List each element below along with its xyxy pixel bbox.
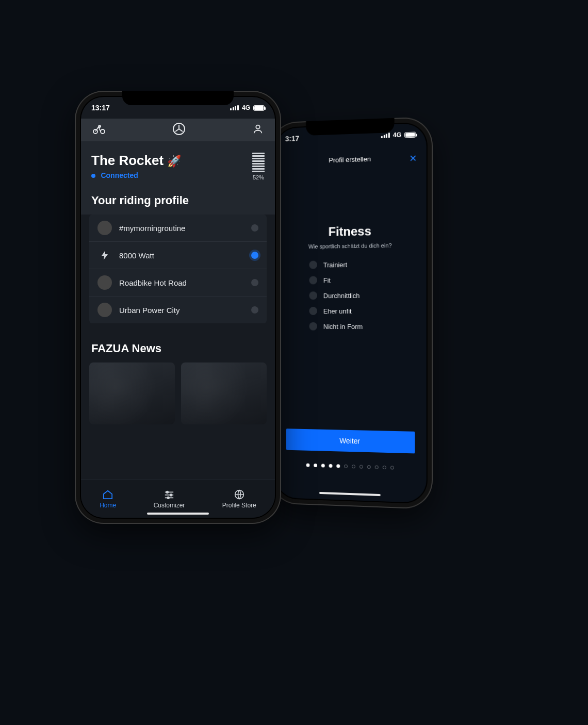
screen-wizard: 3:17 4G Profil erstellen ✕ Fitness Wie s… — [275, 123, 427, 503]
profile-list: #mymorningroutine 8000 Watt Roadbike Hot… — [89, 215, 267, 323]
dot-icon — [329, 464, 333, 468]
device-name-text: The Rocket — [91, 153, 164, 168]
dot-icon — [390, 466, 394, 469]
profile-label: 8000 Watt — [119, 251, 154, 260]
phone-mockup-left: 13:17 4G — [75, 91, 281, 524]
dot-icon — [375, 465, 379, 469]
connection-dot-icon — [91, 174, 95, 178]
option-item[interactable]: Nicht in Form — [309, 322, 390, 331]
top-nav — [81, 119, 275, 141]
signal-icon — [381, 133, 390, 138]
profile-label: #mymorningroutine — [119, 224, 185, 233]
dot-icon — [314, 464, 317, 467]
option-label: Trainiert — [323, 261, 347, 269]
profile-item[interactable]: Roadbike Hot Road — [89, 269, 267, 296]
svg-point-5 — [170, 494, 172, 496]
battery-icon — [253, 105, 265, 111]
tab-bar: Home Customizer Profile Store — [81, 480, 275, 518]
signal-icon — [230, 105, 239, 110]
svg-point-3 — [256, 125, 259, 129]
status-time: 13:17 — [91, 104, 110, 112]
continue-button[interactable]: Weiter — [286, 429, 415, 453]
profile-item[interactable]: #mymorningroutine — [89, 215, 267, 241]
device-name: The Rocket 🚀 — [91, 153, 181, 169]
battery-percent: 52% — [253, 174, 264, 180]
profile-icon[interactable] — [252, 123, 264, 135]
continue-label: Weiter — [339, 437, 360, 446]
network-label: 4G — [242, 104, 250, 111]
avatar-icon — [97, 221, 112, 235]
tab-label: Profile Store — [222, 502, 256, 509]
radio-icon[interactable] — [251, 252, 258, 259]
status-time: 3:17 — [285, 134, 299, 143]
notch — [306, 118, 394, 136]
bike-icon[interactable] — [92, 124, 106, 134]
radio-icon[interactable] — [251, 279, 258, 286]
news-cards — [81, 362, 275, 424]
wizard-title-small: Profil erstellen — [329, 155, 371, 164]
news-card[interactable] — [181, 362, 267, 424]
battery-level-icon — [252, 153, 265, 172]
avatar-icon — [97, 275, 112, 290]
radio-icon[interactable] — [251, 306, 258, 314]
logo-icon — [173, 123, 185, 135]
progress-dots — [275, 463, 427, 471]
dot-icon — [367, 465, 371, 469]
avatar-icon — [97, 303, 112, 317]
dot-icon — [352, 465, 355, 468]
network-label: 4G — [393, 131, 401, 139]
dot-icon — [321, 464, 325, 467]
tab-profile-store[interactable]: Profile Store — [222, 489, 256, 509]
radio-icon[interactable] — [251, 224, 258, 232]
wizard-body: Fitness Wie sportlich schätzt du dich ei… — [275, 166, 427, 331]
radio-icon[interactable] — [309, 276, 317, 284]
option-item[interactable]: Fit — [309, 275, 390, 284]
option-label: Eher unfit — [323, 307, 352, 315]
svg-point-4 — [167, 491, 169, 493]
wizard-header: Profil erstellen ✕ — [275, 145, 427, 170]
radio-icon[interactable] — [309, 261, 317, 269]
section-news: FAZUA News — [81, 328, 275, 362]
device-battery: 52% — [252, 153, 265, 180]
radio-icon[interactable] — [309, 291, 317, 300]
connection-status: Connected — [101, 171, 138, 179]
profile-label: Urban Power City — [119, 306, 180, 315]
home-indicator[interactable] — [319, 492, 381, 496]
rocket-emoji: 🚀 — [167, 155, 181, 168]
dot-icon — [360, 465, 363, 469]
phone-mockup-right: 3:17 4G Profil erstellen ✕ Fitness Wie s… — [269, 117, 433, 509]
profile-item[interactable]: 8000 Watt — [89, 241, 267, 269]
dot-icon — [306, 464, 310, 467]
battery-icon — [404, 131, 416, 138]
tab-label: Home — [100, 502, 116, 509]
dot-icon — [344, 465, 348, 468]
option-item[interactable]: Trainiert — [309, 260, 390, 269]
device-card: The Rocket 🚀 Connected 52% Your riding p… — [81, 141, 275, 215]
home-indicator[interactable] — [147, 513, 209, 515]
profile-item[interactable]: Urban Power City — [89, 296, 267, 323]
radio-icon[interactable] — [309, 307, 317, 315]
option-label: Durchnittlich — [323, 291, 360, 299]
option-item[interactable]: Durchnittlich — [309, 291, 390, 300]
bolt-icon — [97, 248, 112, 262]
dot-icon — [336, 464, 340, 468]
option-label: Nicht in Form — [323, 322, 363, 330]
section-riding-profile: Your riding profile — [91, 180, 265, 215]
option-list: Trainiert Fit Durchnittlich Eher unfit N… — [288, 260, 413, 331]
radio-icon[interactable] — [309, 322, 317, 331]
news-card[interactable] — [89, 362, 175, 424]
svg-point-6 — [167, 497, 169, 499]
screen-home: 13:17 4G — [81, 97, 275, 518]
wizard-step-subtitle: Wie sportlich schätzt du dich ein? — [288, 242, 413, 250]
dot-icon — [383, 466, 386, 469]
tab-label: Customizer — [154, 502, 185, 509]
option-label: Fit — [323, 276, 331, 284]
tab-customizer[interactable]: Customizer — [154, 489, 185, 509]
option-item[interactable]: Eher unfit — [309, 307, 390, 315]
profile-label: Roadbike Hot Road — [119, 278, 187, 287]
close-icon[interactable]: ✕ — [409, 153, 417, 164]
svg-point-1 — [101, 129, 105, 134]
notch — [122, 91, 234, 105]
tab-home[interactable]: Home — [100, 489, 116, 509]
status-right: 4G — [230, 104, 265, 111]
